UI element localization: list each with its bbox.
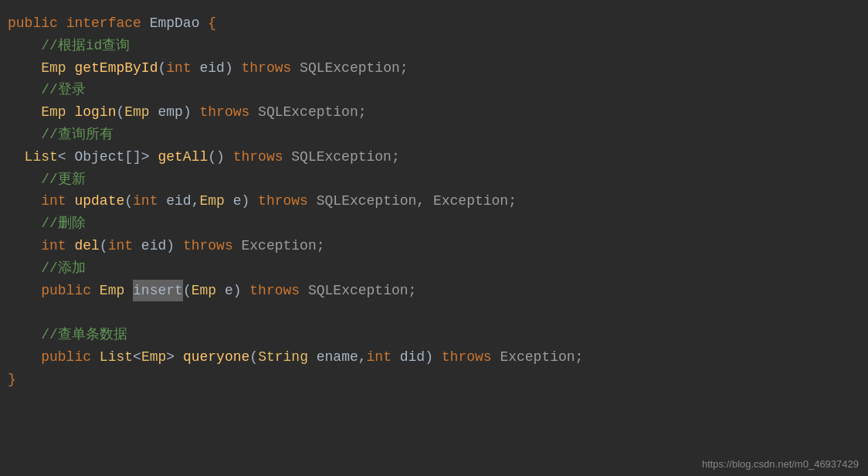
code-token: () <box>208 146 232 168</box>
code-token: update <box>74 190 124 212</box>
code-token: > <box>166 346 183 369</box>
code-token: Emp <box>141 346 166 369</box>
code-token: Emp <box>100 280 124 302</box>
code-token: public <box>8 12 58 35</box>
code-token: SQLException; <box>300 280 416 302</box>
code-line: public interface EmpDao { <box>8 12 860 35</box>
code-token <box>8 280 41 302</box>
code-line: } <box>8 369 860 391</box>
code-token <box>66 190 75 212</box>
code-line: int del(int eid) throws Exception; <box>8 235 860 257</box>
code-token: ( <box>158 57 166 80</box>
code-token: throws <box>442 346 492 369</box>
code-token <box>8 346 41 369</box>
code-token <box>91 280 100 302</box>
code-token: getAll <box>158 146 208 168</box>
code-line: //根据id查询 <box>8 35 860 57</box>
code-token: eid) <box>192 57 242 80</box>
code-token <box>8 190 41 212</box>
code-token: Exception; <box>492 346 584 369</box>
code-token <box>8 101 41 124</box>
code-token: e) <box>225 190 258 212</box>
code-line: List< Object[]> getAll() throws SQLExcep… <box>8 146 860 168</box>
code-token: throws <box>249 280 300 302</box>
code-token: eid, <box>158 190 199 212</box>
code-token: //添加 <box>41 257 86 280</box>
code-token <box>8 146 25 168</box>
code-token: int <box>367 346 392 369</box>
code-token: } <box>8 369 16 391</box>
code-token: String <box>258 346 308 369</box>
code-line: //查单条数据 <box>8 324 860 346</box>
code-token: int <box>166 57 191 80</box>
code-token: int <box>133 190 158 212</box>
code-token: SQLException; <box>283 146 399 168</box>
code-token: throws <box>258 190 308 212</box>
code-line: int update(int eid,Emp e) throws SQLExce… <box>8 190 860 212</box>
code-token: int <box>41 235 66 257</box>
watermark: https://blog.csdn.net/m0_46937429 <box>702 458 859 470</box>
code-token: int <box>108 235 133 257</box>
code-line: //查询所有 <box>8 124 860 146</box>
code-token: queryone <box>183 346 249 369</box>
code-token: //查询所有 <box>41 124 114 146</box>
code-token: ( <box>124 190 133 212</box>
code-token <box>8 124 41 146</box>
code-token <box>8 257 41 280</box>
code-token <box>66 101 75 124</box>
code-token: did) <box>392 346 442 369</box>
code-token: //根据id查询 <box>41 35 130 57</box>
code-token: insert <box>133 280 183 302</box>
code-token <box>8 168 41 191</box>
code-token <box>8 57 41 80</box>
code-token: public <box>41 346 91 369</box>
code-token: //查单条数据 <box>41 324 127 346</box>
code-token: SQLException; <box>291 57 408 80</box>
code-line: //添加 <box>8 257 860 280</box>
code-token <box>8 324 41 346</box>
code-token: Emp <box>41 101 66 124</box>
code-token: < Object[]> <box>58 146 158 168</box>
code-token <box>124 280 133 302</box>
code-token <box>8 212 41 235</box>
code-token <box>8 235 41 257</box>
code-block: public interface EmpDao { //根据id查询 Emp g… <box>0 0 868 476</box>
code-line: public Emp insert(Emp e) throws SQLExcep… <box>8 280 860 302</box>
code-token <box>66 57 75 80</box>
code-token: ( <box>249 346 258 369</box>
code-token <box>8 79 41 101</box>
code-token: SQLException, Exception; <box>308 190 517 212</box>
code-token: < <box>133 346 141 369</box>
code-token: int <box>41 190 66 212</box>
code-token: List <box>100 346 133 369</box>
code-token: ename, <box>308 346 367 369</box>
code-token: ( <box>100 235 108 257</box>
code-token: //更新 <box>41 168 86 191</box>
code-token: Emp <box>192 280 216 302</box>
code-token: e) <box>216 280 249 302</box>
code-line: //登录 <box>8 79 860 101</box>
code-line: //删除 <box>8 212 860 235</box>
code-token: getEmpById <box>74 57 158 80</box>
code-token: SQLException; <box>249 101 366 124</box>
code-token: ( <box>116 101 124 124</box>
code-line <box>8 301 860 324</box>
code-token: eid) <box>133 235 183 257</box>
code-token: Emp <box>41 57 66 80</box>
code-line: //更新 <box>8 168 860 191</box>
code-token: Exception; <box>233 235 325 257</box>
code-token: throws <box>183 235 233 257</box>
code-token: login <box>74 101 116 124</box>
code-token: ( <box>183 280 192 302</box>
code-token: Emp <box>124 101 149 124</box>
code-token: throws <box>242 57 292 80</box>
code-token: Emp <box>199 190 224 212</box>
code-token <box>8 35 41 57</box>
code-token: emp) <box>150 101 200 124</box>
code-token: throws <box>199 101 249 124</box>
code-line: public List<Emp> queryone(String ename,i… <box>8 346 860 369</box>
code-line: Emp login(Emp emp) throws SQLException; <box>8 101 860 124</box>
code-token: { <box>208 12 216 35</box>
code-token: public <box>41 280 91 302</box>
code-token: del <box>74 235 99 257</box>
